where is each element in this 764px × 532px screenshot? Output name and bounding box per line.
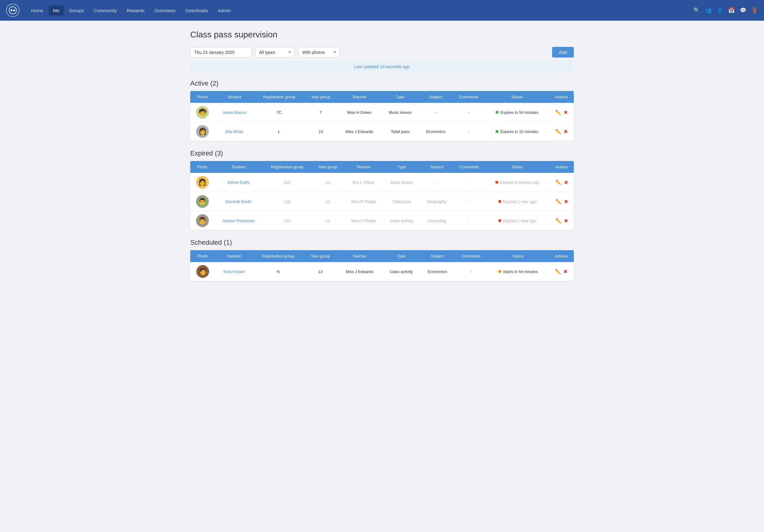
actions-cell: ✏️ ✖ (549, 192, 574, 211)
year-group-cell: 13 (304, 122, 337, 141)
photo-filter[interactable]: With photos Without photos (298, 47, 340, 58)
edit-icon[interactable]: ✏️ (555, 109, 561, 115)
avatar-cell: 👨 (190, 211, 214, 230)
nav-community[interactable]: Community (90, 5, 121, 16)
expired-section-heading: Expired (3) (190, 149, 574, 157)
users-icon[interactable]: 👥 (705, 7, 712, 14)
status-cell: Expires in 10 minutes (485, 122, 549, 141)
scheduled-section-heading: Scheduled (1) (190, 239, 574, 247)
calendar-icon[interactable]: 📅 (728, 7, 735, 14)
student-name-cell: Dominik Booth (214, 192, 263, 211)
status-text: Starts in 54 minutes (503, 269, 538, 274)
actions-cell: ✏️ ✖ (549, 211, 574, 230)
edit-icon[interactable]: ✏️ (555, 199, 562, 205)
type-filter[interactable]: All types All types (255, 47, 294, 58)
date-input[interactable] (190, 47, 252, 58)
avatar-cell: 👩 (190, 173, 214, 192)
nav-admin[interactable]: Admin (213, 5, 235, 16)
col-photo-expired: Photo (190, 161, 214, 173)
student-link[interactable]: Ella White (226, 129, 244, 134)
type-cell: Class activity (383, 211, 420, 230)
type-cell: Toilet pass (381, 122, 419, 141)
status-dot (495, 181, 498, 184)
delete-icon[interactable]: ✖ (564, 218, 568, 224)
col-photo-scheduled: Photo (190, 250, 215, 262)
col-reggroup-scheduled: Registration group (253, 250, 303, 262)
avatar: 👨 (196, 195, 209, 208)
type-cell: Music lesson (381, 103, 419, 122)
student-link[interactable]: Eithne Duffy (228, 180, 249, 185)
logo[interactable] (6, 4, 20, 17)
col-comments-scheduled: Comments (454, 250, 487, 262)
status-text: Expires in 54 minutes (500, 110, 538, 115)
delete-icon[interactable]: ✖ (563, 269, 567, 274)
status-dot (498, 200, 501, 203)
actions-cell: ✏️ ✖ (548, 262, 574, 281)
status-dot (498, 219, 501, 222)
teacher-cell: Miss P Philips (344, 192, 383, 211)
add-button[interactable]: Add (552, 47, 574, 58)
logout-icon[interactable]: 🚪 (751, 7, 758, 14)
nav-icon-bar: 🔍 👥 👤 📅 💬 🚪 (693, 7, 758, 14)
col-status-expired: Status (485, 161, 549, 173)
teacher-cell: Miss P Philips (344, 211, 383, 230)
year-group-cell: 11 (312, 211, 344, 230)
col-student-scheduled: Student (215, 250, 253, 262)
table-row: 🧑 Tariq Khoker N 13 Miss J Edwards Class… (190, 262, 574, 281)
student-link[interactable]: Tariq Khoker (223, 269, 245, 274)
edit-icon[interactable]: ✏️ (555, 129, 561, 134)
edit-icon[interactable]: ✏️ (555, 180, 562, 185)
reg-group-cell: 11E (263, 192, 312, 211)
student-link[interactable]: James Bacon (223, 110, 247, 115)
message-icon[interactable]: 💬 (740, 7, 746, 14)
subject-cell: Geography (420, 192, 453, 211)
page-title: Class pass supervision (190, 30, 574, 40)
year-group-cell: 13 (303, 262, 337, 281)
avatar: 👩 (196, 125, 209, 138)
reg-group-cell: 11C (263, 173, 312, 192)
active-table: Photo Student Registration group Year gr… (190, 91, 574, 141)
status-dot (495, 111, 498, 114)
status-cell: Expires in 54 minutes (485, 103, 549, 122)
nav-home[interactable]: Home (27, 5, 48, 16)
teacher-cell: Miss J Edwards (337, 262, 382, 281)
delete-icon[interactable]: ✖ (564, 199, 568, 205)
subject-cell: - (420, 173, 453, 192)
student-name-cell: Eithne Duffy (214, 173, 263, 192)
col-teacher-active: Teacher (337, 91, 381, 103)
status-text: Expired 1 hour ago (503, 199, 537, 204)
user-icon[interactable]: 👤 (716, 7, 723, 14)
col-actions-active: Actions (549, 91, 574, 103)
student-name-cell: Ella White (215, 122, 254, 141)
delete-icon[interactable]: ✖ (564, 109, 568, 115)
table-row: 👨 Dominik Booth 11E 11 Miss P Philips To… (190, 192, 574, 211)
avatar: 🧒 (196, 106, 209, 119)
col-teacher-expired: Teacher (344, 161, 383, 173)
nav-downloads[interactable]: Downloads (181, 5, 212, 16)
nav-overviews[interactable]: Overviews (150, 5, 180, 16)
student-link[interactable]: Sandor Piotrowski (223, 219, 255, 223)
table-row: 👩 Eithne Duffy 11C 11 Mrs L Chase Music … (190, 173, 574, 192)
subject-cell: Economics (419, 122, 452, 141)
nav-me[interactable]: Me (49, 5, 64, 16)
nav-groups[interactable]: Groups (65, 5, 88, 16)
delete-icon[interactable]: ✖ (564, 180, 568, 185)
avatar: 👨 (196, 214, 209, 227)
actions-cell: ✏️ ✖ (549, 122, 574, 141)
delete-icon[interactable]: ✖ (564, 129, 568, 134)
edit-icon[interactable]: ✏️ (555, 218, 562, 224)
student-link[interactable]: Dominik Booth (226, 199, 252, 204)
col-comments-expired: Comments (453, 161, 485, 173)
col-type-expired: Type (383, 161, 420, 173)
teacher-cell: Mrs L Chase (344, 173, 383, 192)
navigation: Home Me Groups Community Rewards Overvie… (0, 0, 764, 21)
nav-rewards[interactable]: Rewards (122, 5, 149, 16)
col-reggroup-active: Registration group (254, 91, 304, 103)
search-icon[interactable]: 🔍 (693, 7, 700, 14)
table-row: 👨 Sandor Piotrowski 11A 11 Miss P Philip… (190, 211, 574, 230)
edit-icon[interactable]: ✏️ (555, 269, 561, 274)
col-reggroup-expired: Registration group (263, 161, 312, 173)
student-name-cell: Sandor Piotrowski (214, 211, 263, 230)
status-cell: Starts in 54 minutes (487, 262, 548, 281)
subject-cell: Computing (420, 211, 453, 230)
